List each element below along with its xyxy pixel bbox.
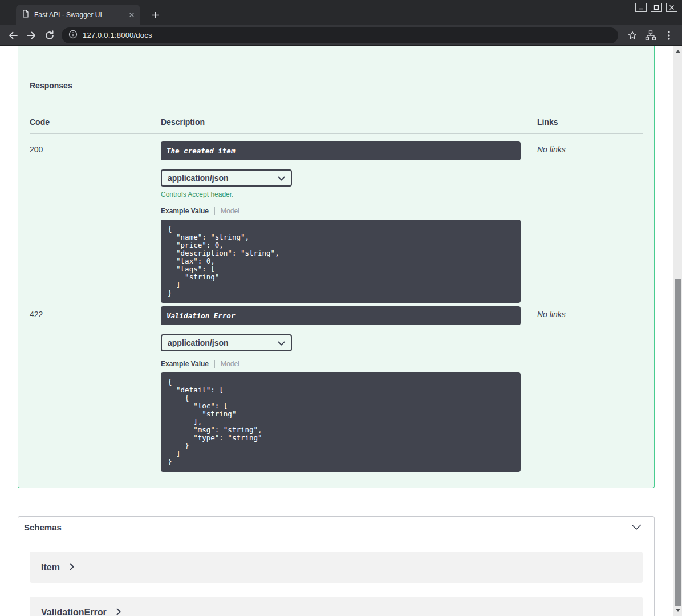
opblock-body-spacer <box>18 46 654 72</box>
response-row-422: 422 Validation Error application/json Ex… <box>30 303 643 472</box>
schemas-header[interactable]: Schemas <box>18 517 654 538</box>
schemas-section: Schemas Item ValidationError <box>18 516 655 616</box>
media-type-select[interactable]: application/json <box>161 334 292 351</box>
window-controls <box>635 3 677 12</box>
new-tab-button[interactable] <box>147 7 163 23</box>
tab-example-value[interactable]: Example Value <box>161 360 209 368</box>
back-button[interactable] <box>5 27 22 43</box>
example-json-422: { "detail": [ { "loc": [ "string" ], "ms… <box>161 372 521 472</box>
accept-header-note: Controls Accept header. <box>161 191 537 198</box>
browser-menu-icon[interactable] <box>660 27 677 43</box>
bookmark-star-icon[interactable] <box>624 27 641 43</box>
page-scrollbar[interactable] <box>673 46 682 616</box>
scroll-up-arrow-icon[interactable] <box>676 50 680 53</box>
responses-table-head: Code Description Links <box>30 99 643 134</box>
media-type-value: application/json <box>168 173 229 183</box>
model-name: Item <box>41 562 60 573</box>
model-name: ValidationError <box>41 607 107 616</box>
scroll-down-arrow-icon[interactable] <box>676 609 680 612</box>
response-description: The created item <box>161 141 521 160</box>
tab-divider <box>214 207 215 215</box>
tab-model[interactable]: Model <box>221 207 239 215</box>
col-code: Code <box>30 117 161 127</box>
response-links: No links <box>537 141 643 303</box>
reload-button[interactable] <box>41 27 58 43</box>
chevron-down-icon[interactable] <box>631 522 642 533</box>
forward-button[interactable] <box>23 27 40 43</box>
media-type-select[interactable]: application/json <box>161 169 292 187</box>
schemas-body: Item ValidationError <box>18 538 654 616</box>
response-description-cell: Validation Error application/json Exampl… <box>161 306 537 472</box>
response-description: Validation Error <box>161 306 521 325</box>
response-row-200: 200 The created item application/json Co… <box>30 134 643 303</box>
responses-section-header: Responses <box>18 72 654 99</box>
tab-title: Fast API - Swagger UI <box>34 11 124 19</box>
scrollbar-thumb[interactable] <box>675 279 681 606</box>
response-code: 422 <box>30 306 161 472</box>
browser-tab[interactable]: Fast API - Swagger UI <box>16 5 140 25</box>
response-description-cell: The created item application/json Contro… <box>161 141 537 303</box>
chevron-right-icon <box>116 607 121 616</box>
chevron-right-icon <box>70 562 74 573</box>
site-info-icon[interactable] <box>68 30 78 41</box>
chevron-down-icon <box>278 338 285 347</box>
browser-titlebar: Fast API - Swagger UI <box>0 0 682 25</box>
tab-example-value[interactable]: Example Value <box>161 207 209 215</box>
col-links: Links <box>537 117 643 127</box>
address-bar[interactable]: 127.0.0.1:8000/docs <box>62 27 618 43</box>
response-links: No links <box>537 306 643 472</box>
page: Responses Code Description Links 200 The… <box>0 46 682 616</box>
responses-title: Responses <box>30 81 72 90</box>
url-text: 127.0.0.1:8000/docs <box>83 31 152 39</box>
responses-table: Code Description Links 200 The created i… <box>18 99 654 472</box>
sitemap-icon[interactable] <box>642 27 659 43</box>
tab-model[interactable]: Model <box>221 360 239 368</box>
example-model-tabs: Example Value Model <box>161 360 537 368</box>
page-icon <box>22 10 30 20</box>
opblock-post: Responses Code Description Links 200 The… <box>18 46 655 488</box>
model-row-validationerror[interactable]: ValidationError <box>30 597 643 616</box>
close-button[interactable] <box>666 3 677 12</box>
chevron-down-icon <box>278 173 285 183</box>
col-description: Description <box>161 117 537 127</box>
tab-divider <box>214 360 215 368</box>
response-code: 200 <box>30 141 161 303</box>
browser-toolbar: 127.0.0.1:8000/docs <box>0 25 682 46</box>
maximize-button[interactable] <box>651 3 662 12</box>
example-model-tabs: Example Value Model <box>161 207 537 215</box>
media-type-value: application/json <box>168 338 229 347</box>
model-row-item[interactable]: Item <box>30 552 643 583</box>
tab-close-icon[interactable] <box>129 10 135 20</box>
example-json-200: { "name": "string", "price": 0, "descrip… <box>161 220 521 303</box>
schemas-title: Schemas <box>24 522 62 532</box>
minimize-button[interactable] <box>635 3 647 12</box>
swagger-content: Responses Code Description Links 200 The… <box>0 46 673 616</box>
